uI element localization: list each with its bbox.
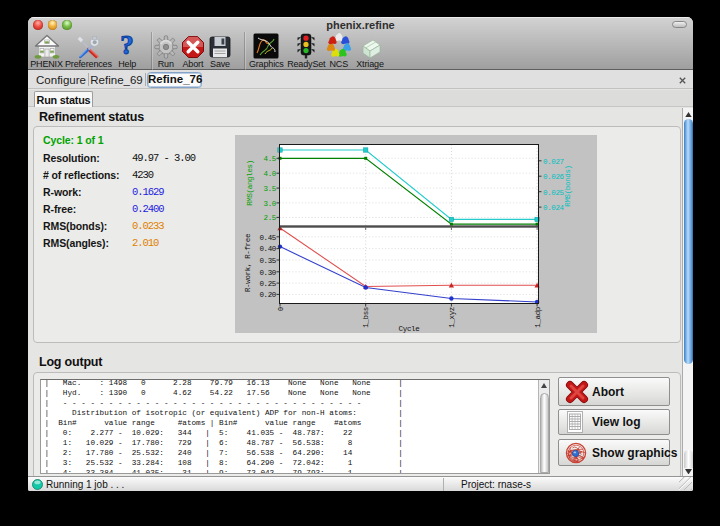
svg-text:RMS(angles): RMS(angles) — [246, 160, 254, 206]
svg-text:Cycle: Cycle — [399, 325, 420, 333]
svg-text:?: ? — [121, 33, 134, 59]
svg-text:4.5: 4.5 — [264, 155, 277, 163]
svg-text:RMS(bonds): RMS(bonds) — [564, 165, 572, 207]
svg-text:0: 0 — [277, 306, 285, 311]
svg-text:3.5: 3.5 — [264, 185, 277, 193]
svg-text:0.024: 0.024 — [543, 204, 565, 212]
svg-text:1_bss: 1_bss — [362, 307, 370, 328]
svg-text:1_xyz: 1_xyz — [448, 307, 456, 328]
svg-text:3.0: 3.0 — [264, 200, 277, 208]
svg-text:1_adp: 1_adp — [534, 307, 542, 328]
svg-text:R-work, R-free: R-work, R-free — [244, 234, 252, 292]
svg-text:0.35: 0.35 — [259, 257, 276, 265]
svg-text:4.0: 4.0 — [264, 170, 277, 178]
svg-text:0.25: 0.25 — [259, 280, 276, 288]
svg-text:2.5: 2.5 — [264, 214, 277, 222]
svg-text:0.025: 0.025 — [543, 189, 565, 197]
svg-text:0.027: 0.027 — [543, 158, 564, 166]
svg-text:0.30: 0.30 — [259, 269, 276, 277]
svg-text:0.20: 0.20 — [259, 291, 276, 299]
svg-text:0.45: 0.45 — [259, 234, 276, 242]
svg-text:0.026: 0.026 — [543, 173, 565, 181]
svg-text:0.40: 0.40 — [259, 245, 276, 253]
